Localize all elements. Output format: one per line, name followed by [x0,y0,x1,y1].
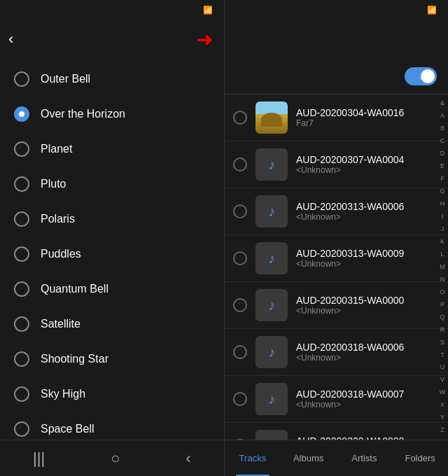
alpha-letter[interactable]: Y [440,414,444,421]
sound-subtitle: Far7 [296,118,440,128]
radio-circle [14,141,29,157]
ringtone-item[interactable]: Space Bell [0,412,224,440]
alpha-letter[interactable]: H [440,201,445,207]
alpha-letter[interactable]: D [440,150,445,157]
sound-thumbnail: ♪ [255,289,288,321]
sound-thumbnail: ♪ [255,195,288,227]
alpha-letter[interactable]: V [440,377,444,383]
alpha-letter[interactable]: U [440,364,445,370]
back-button[interactable]: ‹ [8,30,13,48]
ringtone-name: Sky High [41,388,85,400]
sound-tab-artists[interactable]: Artists [337,440,393,476]
alpha-letter[interactable]: R [440,327,445,333]
alpha-letter[interactable]: T [440,352,444,358]
music-icon: ♪ [268,251,275,267]
alpha-letter[interactable]: G [440,188,444,195]
sound-item[interactable]: AUD-20200304-WA0016Far7 [225,94,448,141]
alpha-letter[interactable]: I [442,214,444,220]
ringtone-item[interactable]: Satellite [0,307,224,342]
sound-item[interactable]: ♪AUD-20200318-WA0007<Unknown> [225,376,448,423]
alpha-letter[interactable]: C [440,138,445,144]
radio-circle [14,246,29,262]
radio-circle [14,316,29,332]
radio-circle [14,176,29,192]
sound-name: AUD-20200304-WA0016 [296,107,440,118]
ringtone-item[interactable]: Quantum Bell [0,272,224,307]
back-nav-button[interactable]: ‹ [186,449,191,468]
ringtone-item[interactable]: Outer Bell [0,62,224,97]
alpha-letter[interactable]: & [440,100,444,106]
highlight-toggle[interactable] [405,67,437,85]
ringtone-name: Satellite [41,318,80,330]
sound-item[interactable]: ♪AUD-20200313-WA0009<Unknown> [225,235,448,282]
alpha-letter[interactable]: P [440,302,444,308]
sound-tab-folders[interactable]: Folders [392,440,448,476]
ringtone-name: Shooting Star [41,353,108,365]
ringtone-name: Outer Bell [41,73,90,85]
radio-circle [14,106,29,122]
sound-name: AUD-20200313-WA0006 [296,201,440,212]
sound-radio [233,204,247,218]
sound-subtitle: <Unknown> [296,353,440,363]
alpha-letter[interactable]: L [440,251,444,258]
sound-thumbnail: ♪ [255,336,288,368]
home-nav-button[interactable]: ○ [111,449,120,468]
ringtone-item[interactable]: Shooting Star [0,342,224,377]
sound-thumbnail [255,102,288,134]
radio-circle [14,386,29,402]
ringtone-item[interactable]: Puddles [0,237,224,272]
ringtone-top-bar: ‹ ➜ [0,20,224,59]
sound-tab-tracks[interactable]: Tracks [225,440,281,476]
alpha-letter[interactable]: M [440,264,445,270]
sound-info: AUD-20200315-WA0000<Unknown> [296,295,440,316]
alpha-letter[interactable]: J [441,226,444,232]
ringtone-item[interactable]: Sky High [0,377,224,412]
music-icon: ♪ [268,344,275,360]
sound-info: AUD-20200313-WA0006<Unknown> [296,201,440,222]
music-icon: ♪ [268,391,275,407]
sound-thumbnail: ♪ [255,383,288,415]
ringtone-list: Outer BellOver the HorizonPlanetPlutoPol… [0,59,224,440]
ringtone-item[interactable]: Planet [0,132,224,167]
alpha-letter[interactable]: S [440,340,444,346]
alpha-letter[interactable]: W [440,389,446,396]
music-icon: ♪ [268,157,275,173]
sound-radio [233,251,247,265]
sound-subtitle: <Unknown> [296,400,440,410]
left-status-icons: 📶 [203,6,216,15]
alpha-letter[interactable]: O [440,289,444,295]
sound-radio [233,298,247,312]
sound-item[interactable]: ♪AUD-20200307-WA0004<Unknown> [225,141,448,188]
sound-info: AUD-20200322-WA0002<Unknown> [296,435,440,440]
alpha-letter[interactable]: Z [440,427,444,433]
ringtone-item[interactable]: Polaris [0,202,224,237]
ringtone-name: Quantum Bell [41,283,108,295]
alpha-letter[interactable]: Q [440,314,444,321]
sound-name: AUD-20200313-WA0009 [296,248,440,259]
sound-info: AUD-20200318-WA0006<Unknown> [296,342,440,363]
ringtone-item[interactable]: Over the Horizon [0,97,224,132]
sound-tab-albums[interactable]: Albums [281,440,337,476]
alpha-letter[interactable]: B [440,125,444,132]
alpha-letter[interactable]: A [440,113,444,119]
sound-item[interactable]: ♪AUD-20200313-WA0006<Unknown> [225,188,448,235]
alpha-letter[interactable]: F [440,176,444,182]
alpha-letter[interactable]: E [440,163,444,169]
sound-item[interactable]: ♪AUD-20200322-WA0002<Unknown> [225,423,448,440]
left-nav-bar: ||| ○ ‹ [0,440,224,476]
sound-subtitle: <Unknown> [296,306,440,316]
red-arrow-icon: ➜ [197,28,213,51]
alpha-letter[interactable]: N [440,276,445,283]
music-icon: ♪ [268,438,275,440]
sound-name: AUD-20200315-WA0000 [296,295,440,306]
alpha-letter[interactable]: K [440,239,444,245]
ringtone-item[interactable]: Pluto [0,167,224,202]
sound-item[interactable]: ♪AUD-20200315-WA0000<Unknown> [225,282,448,329]
alpha-letter[interactable]: X [440,402,444,408]
highlight-toggle-row [225,59,448,94]
ringtone-name: Planet [41,143,72,155]
recents-nav-button[interactable]: ||| [33,449,45,468]
radio-circle [14,421,29,437]
sound-radio [233,345,247,359]
sound-item[interactable]: ♪AUD-20200318-WA0006<Unknown> [225,329,448,376]
